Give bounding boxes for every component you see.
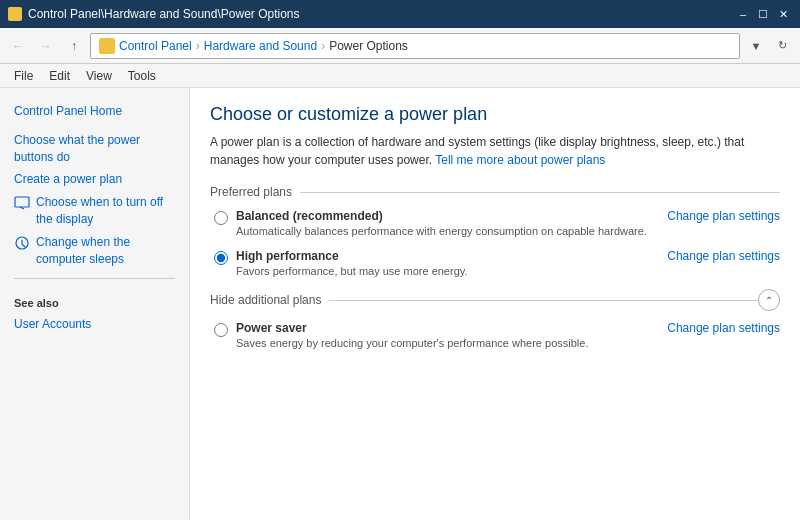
sidebar-item-control-panel-home[interactable]: Control Panel Home	[0, 100, 189, 123]
plan-balanced-radio-area: Balanced (recommended) Automatically bal…	[214, 209, 647, 237]
path-icon	[99, 38, 115, 54]
window-title: Control Panel\Hardware and Sound\Power O…	[28, 7, 300, 21]
menu-file[interactable]: File	[6, 67, 41, 85]
plan-high-performance-radio-area: High performance Favors performance, but…	[214, 249, 647, 277]
preferred-plans-line	[300, 192, 780, 193]
window-icon	[8, 7, 22, 21]
sidebar-divider	[14, 278, 175, 279]
sidebar-item-choose-power-buttons[interactable]: Choose what the power buttons do	[0, 129, 189, 169]
plan-high-performance-name: High performance	[236, 249, 647, 263]
sidebar-item-create-power-plan[interactable]: Create a power plan	[0, 168, 189, 191]
back-button[interactable]: ←	[6, 34, 30, 58]
content-area: Choose or customize a power plan A power…	[190, 88, 800, 520]
preferred-plans-label: Preferred plans	[210, 185, 292, 199]
sidebar-item-change-computer-sleeps[interactable]: Change when the computer sleeps	[0, 231, 189, 271]
window-controls: – ☐ ✕	[734, 5, 792, 23]
address-bar: ← → ↑ Control Panel › Hardware and Sound…	[0, 28, 800, 64]
hide-section-line	[329, 300, 758, 301]
plan-power-saver-name: Power saver	[236, 321, 647, 335]
page-title: Choose or customize a power plan	[210, 104, 780, 125]
plan-balanced-radio[interactable]	[214, 211, 228, 225]
main-layout: Control Panel Home Choose what the power…	[0, 88, 800, 520]
see-also-label: See also	[0, 287, 189, 313]
sidebar-item-user-accounts[interactable]: User Accounts	[0, 313, 189, 336]
plan-item-power-saver: Power saver Saves energy by reducing you…	[210, 321, 780, 349]
plan-high-performance-description: Favors performance, but may use more ene…	[236, 265, 647, 277]
plan-balanced-name: Balanced (recommended)	[236, 209, 647, 223]
sidebar-item-choose-display-off[interactable]: Choose when to turn off the display	[0, 191, 189, 231]
address-actions: ▼ ↻	[744, 34, 794, 58]
plan-balanced-change-link[interactable]: Change plan settings	[667, 209, 780, 223]
sleep-icon	[14, 235, 30, 251]
sep2: ›	[321, 39, 325, 53]
minimize-button[interactable]: –	[734, 5, 752, 23]
address-dropdown-button[interactable]: ▼	[744, 34, 768, 58]
plan-power-saver-radio-area: Power saver Saves energy by reducing you…	[214, 321, 647, 349]
preferred-plans-section: Preferred plans Balanced (recommended) A…	[210, 185, 780, 277]
plan-high-performance-info: High performance Favors performance, but…	[236, 249, 647, 277]
close-button[interactable]: ✕	[774, 5, 792, 23]
page-description: A power plan is a collection of hardware…	[210, 133, 780, 169]
preferred-plans-header: Preferred plans	[210, 185, 780, 199]
plan-item-high-performance: High performance Favors performance, but…	[210, 249, 780, 277]
plan-high-performance-radio[interactable]	[214, 251, 228, 265]
learn-more-link[interactable]: Tell me more about power plans	[435, 153, 605, 167]
svg-rect-0	[15, 197, 29, 207]
collapse-button[interactable]: ⌃	[758, 289, 780, 311]
plan-power-saver-description: Saves energy by reducing your computer's…	[236, 337, 647, 349]
maximize-button[interactable]: ☐	[754, 5, 772, 23]
breadcrumb: Control Panel › Hardware and Sound › Pow…	[119, 39, 731, 53]
plan-power-saver-change-link[interactable]: Change plan settings	[667, 321, 780, 335]
plan-balanced-info: Balanced (recommended) Automatically bal…	[236, 209, 647, 237]
plan-high-performance-change-link[interactable]: Change plan settings	[667, 249, 780, 263]
sidebar-nav: Control Panel Home Choose what the power…	[0, 100, 189, 270]
breadcrumb-hardware-sound[interactable]: Hardware and Sound	[204, 39, 317, 53]
refresh-button[interactable]: ↻	[770, 34, 794, 58]
sep1: ›	[196, 39, 200, 53]
sidebar: Control Panel Home Choose what the power…	[0, 88, 190, 520]
forward-button[interactable]: →	[34, 34, 58, 58]
plan-balanced-description: Automatically balances performance with …	[236, 225, 647, 237]
menu-edit[interactable]: Edit	[41, 67, 78, 85]
additional-plans-section: Hide additional plans ⌃ Power saver Save…	[210, 289, 780, 349]
hide-section-label: Hide additional plans	[210, 293, 321, 307]
plan-item-balanced: Balanced (recommended) Automatically bal…	[210, 209, 780, 237]
hide-section-header: Hide additional plans ⌃	[210, 289, 780, 311]
title-bar: Control Panel\Hardware and Sound\Power O…	[0, 0, 800, 28]
menu-view[interactable]: View	[78, 67, 120, 85]
address-path[interactable]: Control Panel › Hardware and Sound › Pow…	[90, 33, 740, 59]
menu-bar: File Edit View Tools	[0, 64, 800, 88]
plan-power-saver-radio[interactable]	[214, 323, 228, 337]
breadcrumb-power-options: Power Options	[329, 39, 408, 53]
display-icon	[14, 195, 30, 211]
plan-power-saver-info: Power saver Saves energy by reducing you…	[236, 321, 647, 349]
up-button[interactable]: ↑	[62, 34, 86, 58]
menu-tools[interactable]: Tools	[120, 67, 164, 85]
breadcrumb-control-panel[interactable]: Control Panel	[119, 39, 192, 53]
